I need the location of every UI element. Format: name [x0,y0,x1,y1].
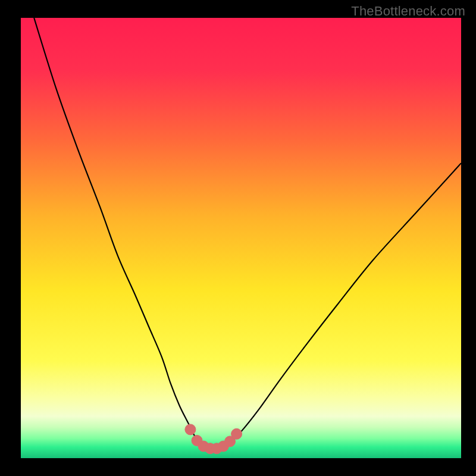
background-gradient [21,18,461,458]
svg-rect-0 [21,18,461,458]
chart-frame: TheBottleneck.com [0,0,476,476]
plot-area [21,18,461,458]
watermark-text: TheBottleneck.com [351,4,465,19]
